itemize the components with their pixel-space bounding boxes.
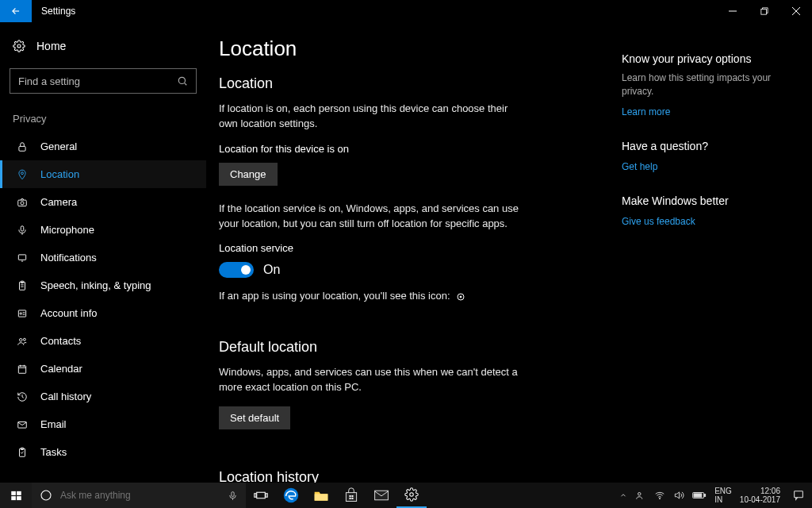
right-panel: Know your privacy options Learn how this… [622, 37, 796, 483]
gear-icon [13, 40, 25, 52]
nav-item-notifications[interactable]: Notifications [0, 244, 206, 271]
content: Location Location If location is on, eac… [219, 37, 598, 483]
feedback-heading: Make Windows better [622, 194, 796, 207]
nav-item-account[interactable]: Account info [0, 299, 206, 327]
cortana-input[interactable] [60, 490, 220, 501]
start-button[interactable] [0, 483, 32, 508]
device-location-status: Location for this device is on [219, 143, 598, 155]
toggle-state: On [263, 263, 280, 277]
explorer-app[interactable] [306, 483, 336, 508]
change-button[interactable]: Change [219, 163, 278, 186]
maximize-button[interactable] [749, 0, 780, 22]
svg-rect-36 [232, 491, 234, 496]
cortana-search[interactable] [32, 483, 246, 508]
nav-item-camera[interactable]: Camera [0, 188, 206, 216]
tray-language[interactable]: ENG IN [714, 487, 732, 504]
back-button[interactable] [0, 0, 32, 22]
nav-label: Calendar [40, 363, 193, 375]
mic-icon[interactable] [228, 491, 238, 501]
nav-item-callhistory[interactable]: Call history [0, 383, 206, 410]
nav-item-location[interactable]: Location [0, 160, 206, 188]
section-heading-location: Location [219, 75, 598, 92]
lock-icon [15, 141, 29, 152]
privacy-options-desc: Learn how this setting impacts your priv… [622, 71, 796, 99]
nav-label: Contacts [40, 335, 193, 347]
svg-rect-38 [257, 492, 266, 498]
svg-rect-7 [19, 146, 25, 151]
nav-item-tasks[interactable]: Tasks [0, 438, 206, 466]
svg-rect-46 [350, 498, 351, 499]
wifi-icon [654, 490, 665, 501]
nav-item-contacts[interactable]: Contacts [0, 327, 206, 355]
minimize-button[interactable] [717, 0, 749, 22]
nav-item-general[interactable]: General [0, 133, 206, 160]
settings-app[interactable] [396, 483, 427, 508]
nav-item-calendar[interactable]: Calendar [0, 355, 206, 383]
volume-icon [673, 490, 684, 501]
close-icon [792, 7, 800, 15]
feedback-link[interactable]: Give us feedback [622, 216, 695, 227]
calendar-icon [15, 364, 29, 375]
home-button[interactable]: Home [0, 32, 206, 60]
sidebar: Home Privacy General Location Camera Mic… [0, 22, 206, 483]
edge-app[interactable] [276, 483, 306, 508]
svg-rect-34 [17, 496, 21, 500]
location-inuse-icon [456, 292, 465, 302]
tray-people[interactable] [635, 490, 646, 501]
taskbar: ENG IN 12:06 10-04-2017 [0, 483, 812, 508]
svg-rect-11 [21, 225, 24, 230]
microphone-icon [15, 225, 29, 236]
task-view-button[interactable] [246, 483, 276, 508]
nav-item-speech[interactable]: Speech, inking, & typing [0, 271, 206, 299]
nav-label: Speech, inking, & typing [40, 279, 193, 291]
tray-battery[interactable] [692, 491, 707, 500]
svg-rect-56 [795, 491, 803, 498]
learn-more-link[interactable]: Learn more [622, 106, 670, 117]
svg-point-49 [410, 493, 414, 497]
cortana-icon [40, 489, 52, 502]
svg-rect-39 [255, 494, 256, 498]
action-center-button[interactable] [785, 483, 812, 508]
email-icon [15, 419, 29, 430]
search-icon [177, 75, 188, 87]
category-header: Privacy [0, 108, 206, 133]
svg-point-21 [23, 338, 25, 341]
set-default-button[interactable]: Set default [219, 406, 290, 429]
question-heading: Have a question? [622, 140, 796, 152]
chevron-up-icon [619, 491, 627, 499]
titlebar: Settings [0, 0, 812, 22]
location-service-toggle[interactable] [219, 262, 254, 278]
nav-label: Camera [40, 196, 193, 208]
store-app[interactable] [336, 483, 366, 508]
svg-rect-45 [351, 495, 353, 497]
search-input[interactable] [18, 75, 177, 87]
clipboard-icon [15, 280, 29, 291]
close-button[interactable] [780, 0, 812, 22]
location-service-desc: If the location service is on, Windows, … [219, 202, 520, 232]
tray-chevron[interactable] [619, 491, 627, 499]
nav-label: Account info [40, 307, 193, 319]
tray-volume[interactable] [673, 490, 684, 501]
nav-item-microphone[interactable]: Microphone [0, 216, 206, 244]
get-help-link[interactable]: Get help [622, 161, 657, 172]
svg-point-30 [460, 296, 462, 298]
svg-point-19 [20, 312, 21, 314]
tray-network[interactable] [654, 490, 665, 501]
svg-rect-54 [704, 495, 705, 497]
folder-icon [313, 488, 329, 502]
mail-app[interactable] [366, 483, 396, 508]
location-icon [15, 169, 29, 180]
location-service-label: Location service [219, 242, 598, 254]
nav-label: Notifications [40, 252, 193, 264]
tray-clock[interactable]: 12:06 10-04-2017 [740, 487, 780, 504]
nav-label: General [40, 140, 193, 152]
svg-rect-1 [761, 10, 767, 15]
edge-icon [282, 487, 300, 504]
search-box[interactable] [10, 68, 197, 94]
svg-rect-31 [11, 491, 16, 495]
nav-item-email[interactable]: Email [0, 410, 206, 438]
svg-rect-48 [375, 491, 389, 500]
contacts-icon [15, 336, 29, 347]
task-view-icon [254, 490, 268, 501]
svg-point-8 [21, 171, 24, 174]
